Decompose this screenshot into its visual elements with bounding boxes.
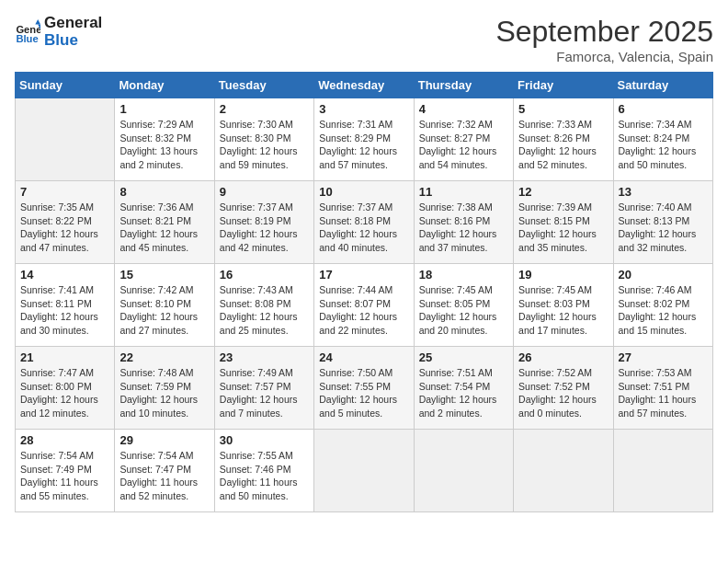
- day-cell: 8Sunrise: 7:36 AM Sunset: 8:21 PM Daylig…: [115, 181, 214, 264]
- day-number: 5: [518, 102, 608, 116]
- day-info: Sunrise: 7:37 AM Sunset: 8:19 PM Dayligh…: [220, 201, 309, 255]
- day-number: 13: [619, 185, 708, 199]
- logo-general: General: [44, 14, 102, 31]
- day-info: Sunrise: 7:35 AM Sunset: 8:22 PM Dayligh…: [20, 201, 109, 255]
- day-cell: 22Sunrise: 7:48 AM Sunset: 7:59 PM Dayli…: [115, 347, 214, 430]
- day-number: 1: [119, 102, 209, 116]
- day-info: Sunrise: 7:33 AM Sunset: 8:26 PM Dayligh…: [518, 118, 608, 172]
- day-cell: [414, 430, 513, 512]
- day-number: 18: [419, 268, 508, 282]
- day-info: Sunrise: 7:49 AM Sunset: 7:57 PM Dayligh…: [220, 366, 309, 420]
- day-cell: 30Sunrise: 7:55 AM Sunset: 7:46 PM Dayli…: [214, 430, 313, 512]
- day-number: 7: [20, 185, 109, 199]
- day-number: 24: [319, 350, 408, 364]
- day-info: Sunrise: 7:38 AM Sunset: 8:16 PM Dayligh…: [419, 201, 508, 255]
- svg-marker-2: [35, 19, 40, 25]
- day-info: Sunrise: 7:31 AM Sunset: 8:29 PM Dayligh…: [319, 118, 408, 172]
- day-cell: 18Sunrise: 7:45 AM Sunset: 8:05 PM Dayli…: [414, 264, 513, 347]
- day-cell: 13Sunrise: 7:40 AM Sunset: 8:13 PM Dayli…: [613, 181, 712, 264]
- day-info: Sunrise: 7:45 AM Sunset: 8:05 PM Dayligh…: [419, 283, 508, 338]
- day-info: Sunrise: 7:44 AM Sunset: 8:07 PM Dayligh…: [319, 283, 408, 338]
- day-info: Sunrise: 7:30 AM Sunset: 8:30 PM Dayligh…: [220, 118, 309, 172]
- day-info: Sunrise: 7:47 AM Sunset: 8:00 PM Dayligh…: [20, 366, 109, 420]
- day-number: 4: [419, 102, 508, 116]
- day-number: 3: [319, 102, 408, 116]
- day-info: Sunrise: 7:52 AM Sunset: 7:52 PM Dayligh…: [518, 366, 608, 420]
- day-cell: 16Sunrise: 7:43 AM Sunset: 8:08 PM Dayli…: [214, 264, 313, 347]
- day-info: Sunrise: 7:54 AM Sunset: 7:49 PM Dayligh…: [20, 449, 109, 503]
- day-number: 29: [119, 433, 209, 447]
- day-info: Sunrise: 7:36 AM Sunset: 8:21 PM Dayligh…: [119, 201, 209, 255]
- day-header-monday: Monday: [115, 73, 214, 98]
- day-cell: [16, 98, 115, 181]
- day-number: 11: [419, 185, 508, 199]
- day-cell: 25Sunrise: 7:51 AM Sunset: 7:54 PM Dayli…: [414, 347, 513, 430]
- location-subtitle: Famorca, Valencia, Spain: [495, 49, 713, 64]
- day-header-friday: Friday: [514, 73, 613, 98]
- day-info: Sunrise: 7:39 AM Sunset: 8:15 PM Dayligh…: [518, 201, 608, 255]
- logo: General Blue General Blue: [15, 15, 102, 49]
- day-number: 21: [20, 350, 109, 364]
- day-cell: 15Sunrise: 7:42 AM Sunset: 8:10 PM Dayli…: [115, 264, 214, 347]
- day-info: Sunrise: 7:48 AM Sunset: 7:59 PM Dayligh…: [119, 366, 209, 420]
- day-header-tuesday: Tuesday: [214, 73, 313, 98]
- day-info: Sunrise: 7:40 AM Sunset: 8:13 PM Dayligh…: [619, 201, 708, 255]
- month-year-title: September 2025: [495, 15, 713, 49]
- day-number: 2: [220, 102, 309, 116]
- day-header-wednesday: Wednesday: [314, 73, 414, 98]
- week-row-5: 28Sunrise: 7:54 AM Sunset: 7:49 PM Dayli…: [16, 430, 713, 512]
- day-cell: [314, 430, 414, 512]
- day-cell: 24Sunrise: 7:50 AM Sunset: 7:55 PM Dayli…: [314, 347, 414, 430]
- logo-blue: Blue: [44, 31, 78, 49]
- day-number: 9: [220, 185, 309, 199]
- day-number: 14: [20, 268, 109, 282]
- day-number: 22: [119, 350, 209, 364]
- day-number: 15: [119, 268, 209, 282]
- day-info: Sunrise: 7:51 AM Sunset: 7:54 PM Dayligh…: [419, 366, 508, 420]
- day-number: 27: [619, 350, 708, 364]
- day-cell: 5Sunrise: 7:33 AM Sunset: 8:26 PM Daylig…: [514, 98, 613, 181]
- day-cell: 9Sunrise: 7:37 AM Sunset: 8:19 PM Daylig…: [214, 181, 313, 264]
- day-number: 30: [220, 433, 309, 447]
- day-info: Sunrise: 7:34 AM Sunset: 8:24 PM Dayligh…: [619, 118, 708, 172]
- week-row-1: 1Sunrise: 7:29 AM Sunset: 8:32 PM Daylig…: [16, 98, 713, 181]
- day-number: 8: [119, 185, 209, 199]
- day-cell: 1Sunrise: 7:29 AM Sunset: 8:32 PM Daylig…: [115, 98, 214, 181]
- day-cell: 11Sunrise: 7:38 AM Sunset: 8:16 PM Dayli…: [414, 181, 513, 264]
- day-number: 16: [220, 268, 309, 282]
- day-info: Sunrise: 7:42 AM Sunset: 8:10 PM Dayligh…: [119, 283, 209, 338]
- day-cell: 26Sunrise: 7:52 AM Sunset: 7:52 PM Dayli…: [514, 347, 613, 430]
- day-info: Sunrise: 7:32 AM Sunset: 8:27 PM Dayligh…: [419, 118, 508, 172]
- day-info: Sunrise: 7:41 AM Sunset: 8:11 PM Dayligh…: [20, 283, 109, 338]
- day-info: Sunrise: 7:45 AM Sunset: 8:03 PM Dayligh…: [518, 283, 608, 338]
- day-info: Sunrise: 7:54 AM Sunset: 7:47 PM Dayligh…: [119, 449, 209, 503]
- logo-icon: General Blue: [15, 19, 40, 45]
- day-cell: 27Sunrise: 7:53 AM Sunset: 7:51 PM Dayli…: [613, 347, 712, 430]
- day-info: Sunrise: 7:43 AM Sunset: 8:08 PM Dayligh…: [220, 283, 309, 338]
- calendar-table: SundayMondayTuesdayWednesdayThursdayFrid…: [15, 72, 713, 512]
- day-cell: 23Sunrise: 7:49 AM Sunset: 7:57 PM Dayli…: [214, 347, 313, 430]
- day-number: 23: [220, 350, 309, 364]
- day-number: 17: [319, 268, 408, 282]
- day-cell: 17Sunrise: 7:44 AM Sunset: 8:07 PM Dayli…: [314, 264, 414, 347]
- day-cell: 10Sunrise: 7:37 AM Sunset: 8:18 PM Dayli…: [314, 181, 414, 264]
- day-header-thursday: Thursday: [414, 73, 513, 98]
- calendar-header-row: SundayMondayTuesdayWednesdayThursdayFrid…: [16, 73, 713, 98]
- day-cell: 12Sunrise: 7:39 AM Sunset: 8:15 PM Dayli…: [514, 181, 613, 264]
- day-info: Sunrise: 7:37 AM Sunset: 8:18 PM Dayligh…: [319, 201, 408, 255]
- day-cell: 20Sunrise: 7:46 AM Sunset: 8:02 PM Dayli…: [613, 264, 712, 347]
- day-cell: 6Sunrise: 7:34 AM Sunset: 8:24 PM Daylig…: [613, 98, 712, 181]
- day-number: 19: [518, 268, 608, 282]
- day-info: Sunrise: 7:50 AM Sunset: 7:55 PM Dayligh…: [319, 366, 408, 420]
- day-number: 10: [319, 185, 408, 199]
- day-number: 20: [619, 268, 708, 282]
- day-number: 28: [20, 433, 109, 447]
- day-number: 6: [619, 102, 708, 116]
- week-row-4: 21Sunrise: 7:47 AM Sunset: 8:00 PM Dayli…: [16, 347, 713, 430]
- day-cell: 4Sunrise: 7:32 AM Sunset: 8:27 PM Daylig…: [414, 98, 513, 181]
- day-info: Sunrise: 7:29 AM Sunset: 8:32 PM Dayligh…: [119, 118, 209, 172]
- page-header: General Blue General Blue September 2025…: [15, 15, 713, 64]
- day-cell: [613, 430, 712, 512]
- week-row-2: 7Sunrise: 7:35 AM Sunset: 8:22 PM Daylig…: [16, 181, 713, 264]
- day-info: Sunrise: 7:53 AM Sunset: 7:51 PM Dayligh…: [619, 366, 708, 420]
